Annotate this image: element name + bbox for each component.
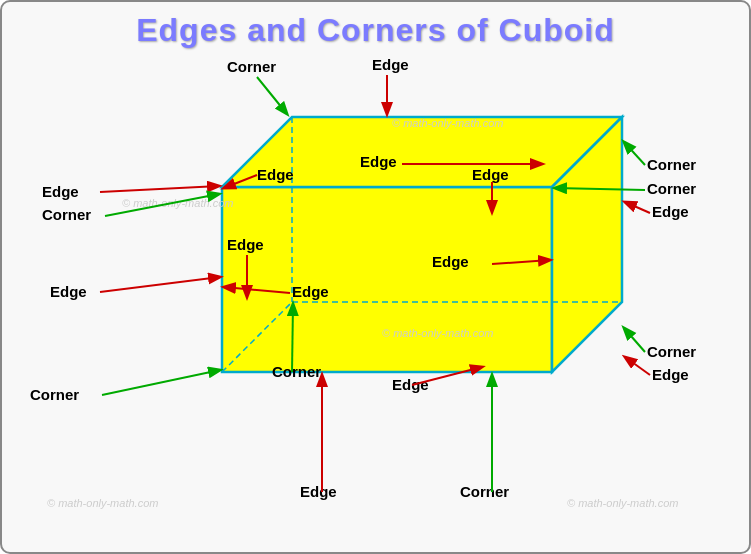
label-edge-right-2: Edge (652, 366, 689, 383)
watermark-1: © math-only-math.com (122, 197, 233, 209)
label-edge-bottom-1: Edge (300, 483, 337, 500)
label-corner-left-bot: Corner (30, 386, 79, 403)
label-corner-right-bot: Corner (647, 343, 696, 360)
label-edge-top: Edge (372, 56, 409, 73)
svg-line-24 (412, 367, 482, 385)
svg-line-16 (625, 357, 650, 375)
svg-line-10 (100, 277, 220, 292)
label-corner-right-mid: Corner (647, 180, 696, 197)
svg-line-6 (257, 77, 287, 114)
main-container: Edges and Corners of Cuboid (0, 0, 751, 554)
svg-line-21 (224, 287, 290, 293)
label-edge-right-1: Edge (652, 203, 689, 220)
watermark-5: © math-only-math.com (567, 497, 678, 509)
svg-marker-1 (222, 117, 622, 187)
watermark-2: © math-only-math.com (392, 117, 503, 129)
svg-line-12 (624, 142, 645, 165)
label-corner-bottom: Corner (460, 483, 509, 500)
label-edge-inner-right: Edge (432, 253, 469, 270)
svg-line-22 (492, 260, 550, 264)
svg-line-17 (224, 175, 257, 188)
svg-line-13 (555, 188, 645, 190)
diagram-svg: © math-only-math.com © math-only-math.co… (2, 2, 751, 554)
svg-line-3 (222, 302, 292, 372)
svg-line-8 (100, 186, 219, 192)
label-corner-inner-bot: Corner (272, 363, 321, 380)
watermark-3: © math-only-math.com (382, 327, 493, 339)
svg-rect-0 (222, 187, 552, 372)
svg-line-23 (292, 304, 293, 372)
label-edge-front-top: Edge (257, 166, 294, 183)
label-corner-top-left: Corner (227, 58, 276, 75)
svg-line-15 (624, 328, 645, 352)
label-edge-top-right: Edge (472, 166, 509, 183)
svg-line-11 (102, 370, 220, 395)
label-edge-left-mid: Edge (50, 283, 87, 300)
label-edge-inner-horiz: Edge (292, 283, 329, 300)
label-corner-right-top2: Corner (647, 156, 696, 173)
label-edge-inner-left: Edge (227, 236, 264, 253)
label-edge-front-bot: Edge (392, 376, 429, 393)
svg-line-9 (105, 194, 219, 216)
svg-line-14 (625, 202, 650, 213)
label-edge-left-top: Edge (42, 183, 79, 200)
svg-marker-2 (552, 117, 622, 372)
page-title: Edges and Corners of Cuboid (2, 2, 749, 49)
label-edge-top-face: Edge (360, 153, 397, 170)
label-corner-left-top: Corner (42, 206, 91, 223)
watermark-4: © math-only-math.com (47, 497, 158, 509)
